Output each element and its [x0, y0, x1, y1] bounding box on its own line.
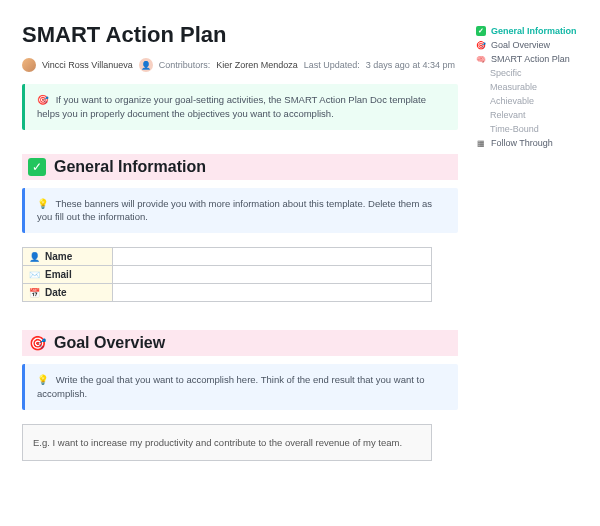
target-icon: 🎯	[28, 334, 46, 352]
check-icon: ✓	[476, 26, 486, 36]
outline-item-follow-through[interactable]: ▦ Follow Through	[476, 136, 594, 150]
outline-label: Follow Through	[491, 138, 553, 148]
outline-item-general-information[interactable]: ✓ General Information	[476, 24, 594, 38]
table-row: ✉️Email	[23, 266, 432, 284]
intro-banner: 🎯 If you want to organize your goal-sett…	[22, 84, 458, 130]
outline-label: Goal Overview	[491, 40, 550, 50]
outline-item-smart-action-plan[interactable]: 🧠 SMART Action Plan	[476, 52, 594, 66]
general-info-table: 👤Name ✉️Email 📅Date	[22, 247, 432, 302]
mail-icon: ✉️	[29, 270, 41, 280]
check-icon: ✓	[28, 158, 46, 176]
outline-label: Relevant	[490, 110, 526, 120]
calendar-icon: 📅	[29, 288, 41, 298]
outline-label: Achievable	[490, 96, 534, 106]
outline-label: Specific	[490, 68, 522, 78]
intro-banner-text: If you want to organize your goal-settin…	[37, 94, 426, 119]
outline-item-goal-overview[interactable]: 🎯 Goal Overview	[476, 38, 594, 52]
outline-item-specific[interactable]: Specific	[476, 66, 594, 80]
outline-label: SMART Action Plan	[491, 54, 570, 64]
goal-info-banner-text: Write the goal that you want to accompli…	[37, 374, 424, 399]
field-input-date[interactable]	[113, 284, 432, 302]
contributors-icon[interactable]: 👤	[139, 58, 153, 72]
goal-info-banner: 💡 Write the goal that you want to accomp…	[22, 364, 458, 410]
page-title: SMART Action Plan	[22, 22, 458, 48]
outline-item-time-bound[interactable]: Time-Bound	[476, 122, 594, 136]
general-info-banner: 💡 These banners will provide you with mo…	[22, 188, 458, 234]
outline-label: Time-Bound	[490, 124, 539, 134]
meta-row: Vincci Ross Villanueva 👤 Contributors: K…	[22, 58, 458, 72]
outline-label: General Information	[491, 26, 577, 36]
section-heading-goal: 🎯 Goal Overview	[22, 330, 458, 356]
lightbulb-icon: 💡	[37, 198, 49, 209]
target-icon: 🎯	[476, 40, 486, 50]
field-input-email[interactable]	[113, 266, 432, 284]
outline-item-achievable[interactable]: Achievable	[476, 94, 594, 108]
lightbulb-icon: 💡	[37, 374, 49, 385]
field-label-email: ✉️Email	[23, 266, 113, 284]
general-info-banner-text: These banners will provide you with more…	[37, 198, 432, 223]
document-body: SMART Action Plan Vincci Ross Villanueva…	[0, 0, 458, 461]
outline-item-measurable[interactable]: Measurable	[476, 80, 594, 94]
contributors-label: Contributors:	[159, 60, 211, 70]
grid-icon: ▦	[476, 138, 486, 148]
outline-item-relevant[interactable]: Relevant	[476, 108, 594, 122]
table-row: 📅Date	[23, 284, 432, 302]
author-name[interactable]: Vincci Ross Villanueva	[42, 60, 133, 70]
updated-value: 3 days ago at 4:34 pm	[366, 60, 455, 70]
contributors-names[interactable]: Kier Zoren Mendoza	[216, 60, 298, 70]
document-outline: ✓ General Information 🎯 Goal Overview 🧠 …	[476, 24, 594, 150]
field-input-name[interactable]	[113, 248, 432, 266]
section-title-goal: Goal Overview	[54, 334, 165, 352]
author-avatar[interactable]	[22, 58, 36, 72]
outline-label: Measurable	[490, 82, 537, 92]
field-label-name: 👤Name	[23, 248, 113, 266]
brain-icon: 🧠	[476, 54, 486, 64]
goal-input-box[interactable]: E.g. I want to increase my productivity …	[22, 424, 432, 461]
updated-label: Last Updated:	[304, 60, 360, 70]
person-icon: 👤	[29, 252, 41, 262]
field-label-date: 📅Date	[23, 284, 113, 302]
section-heading-general: ✓ General Information	[22, 154, 458, 180]
table-row: 👤Name	[23, 248, 432, 266]
target-icon: 🎯	[37, 94, 49, 105]
section-title-general: General Information	[54, 158, 206, 176]
